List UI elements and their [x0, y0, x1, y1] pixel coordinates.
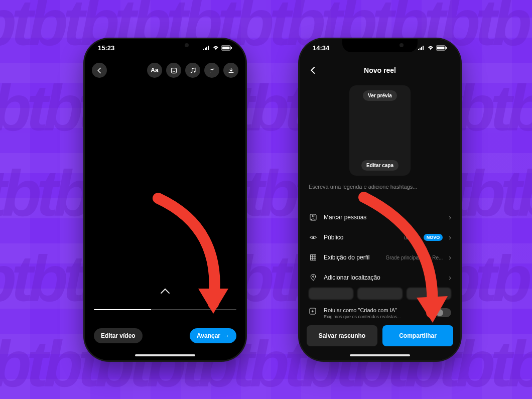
- location-chip[interactable]: [407, 288, 451, 300]
- effects-icon[interactable]: [204, 63, 219, 78]
- location-chip[interactable]: [309, 288, 353, 300]
- svg-rect-12: [446, 47, 447, 49]
- row-label: Público: [324, 234, 398, 241]
- next-label: Avançar: [197, 332, 220, 339]
- battery-icon: [221, 45, 232, 51]
- video-preview-area[interactable]: [85, 81, 245, 300]
- svg-rect-2: [231, 47, 232, 49]
- novo-badge: NOVO: [424, 234, 443, 241]
- svg-point-4: [173, 69, 173, 70]
- new-reel-screen: Novo reel Ver prévia Editar capa Escreva…: [300, 39, 460, 360]
- save-draft-label: Salvar rascunho: [319, 332, 365, 339]
- sticker-icon[interactable]: [166, 63, 181, 78]
- battery-icon: [436, 45, 447, 51]
- see-preview-button[interactable]: Ver prévia: [363, 90, 397, 101]
- svg-point-9: [210, 72, 210, 72]
- ai-label-toggle[interactable]: [435, 308, 451, 317]
- svg-point-5: [174, 69, 175, 70]
- text-aa-icon[interactable]: Aa: [147, 63, 162, 78]
- music-icon[interactable]: [185, 63, 200, 78]
- options-list: Marcar pessoas › Público uidores NOVO › …: [300, 207, 460, 288]
- wifi-icon: [427, 45, 434, 50]
- sparkle-box-icon: [309, 307, 318, 316]
- editor-footer: Editar vídeo Avançar: [85, 325, 245, 346]
- row-trail: uidores NOVO: [404, 234, 443, 241]
- svg-point-13: [312, 215, 314, 217]
- share-button[interactable]: Compartilhar: [382, 325, 453, 346]
- svg-rect-1: [222, 46, 230, 49]
- profile-display-row[interactable]: Exibição do perfil Grade principal e do …: [300, 247, 460, 268]
- ai-row-title: Rotular como "Criado com IA": [324, 307, 429, 313]
- header: Novo reel: [300, 59, 460, 81]
- footer: Salvar rascunho Compartilhar: [300, 325, 460, 346]
- signal-icon: [203, 45, 210, 50]
- phone-left: 15:23 Aa: [85, 39, 245, 360]
- status-time: 14:34: [313, 44, 329, 52]
- status-right: [203, 45, 232, 51]
- svg-rect-16: [311, 255, 316, 260]
- svg-point-6: [191, 71, 192, 73]
- timeline-slider[interactable]: [94, 309, 236, 310]
- grid-icon: [309, 253, 318, 262]
- signal-icon: [418, 45, 425, 50]
- download-icon[interactable]: [223, 63, 238, 78]
- tag-people-row[interactable]: Marcar pessoas ›: [300, 207, 460, 227]
- svg-rect-3: [171, 68, 176, 73]
- chevron-right-icon: ›: [449, 253, 451, 261]
- svg-rect-11: [437, 46, 445, 49]
- eye-icon: [309, 233, 318, 242]
- caption-input[interactable]: Escreva uma legenda e adicione hashtags.…: [309, 184, 451, 190]
- location-icon: [309, 273, 318, 282]
- edit-video-button[interactable]: Editar vídeo: [94, 328, 143, 343]
- audience-row[interactable]: Público uidores NOVO ›: [300, 227, 460, 247]
- next-button[interactable]: Avançar: [190, 328, 236, 343]
- ai-label-row[interactable]: Rotular como "Criado com IA" Exigimos qu…: [300, 305, 460, 319]
- save-draft-button[interactable]: Salvar rascunho: [307, 325, 377, 346]
- divider: [309, 199, 451, 199]
- tag-people-icon: [309, 213, 318, 222]
- back-button[interactable]: [306, 63, 321, 78]
- location-suggestions: [309, 288, 451, 300]
- chevron-right-icon: ›: [449, 213, 451, 221]
- ai-row-subtitle: Exigimos que os conteúdos realistas...: [324, 314, 429, 319]
- row-label: Exibição do perfil: [324, 254, 379, 261]
- edit-video-label: Editar vídeo: [101, 332, 136, 339]
- add-location-row[interactable]: Adicionar localização ›: [300, 268, 460, 288]
- editor-screen: Aa Editar víd: [85, 39, 245, 360]
- notch: [342, 39, 418, 52]
- back-button[interactable]: [92, 63, 107, 78]
- chevron-up-icon[interactable]: [160, 287, 170, 296]
- aa-label: Aa: [151, 67, 158, 74]
- row-label: Marcar pessoas: [324, 214, 443, 221]
- svg-point-8: [213, 68, 214, 68]
- status-right: [418, 45, 447, 51]
- header-title: Novo reel: [364, 66, 396, 74]
- chevron-right-icon: ›: [449, 274, 451, 282]
- row-label: Adicionar localização: [324, 274, 443, 281]
- wifi-icon: [212, 45, 219, 50]
- row-trail: Grade principal e do Re...: [385, 255, 443, 260]
- home-indicator[interactable]: [135, 354, 195, 356]
- home-indicator[interactable]: [350, 354, 410, 356]
- location-chip[interactable]: [357, 288, 402, 300]
- share-label: Compartilhar: [399, 332, 437, 339]
- chevron-right-icon: ›: [449, 233, 451, 241]
- svg-point-17: [313, 276, 314, 278]
- svg-point-15: [312, 236, 314, 238]
- phone-right: 14:34 Novo reel Ver prévia Editar capa: [300, 39, 460, 360]
- reel-preview[interactable]: Ver prévia Editar capa: [349, 85, 411, 176]
- status-time: 15:23: [98, 44, 114, 52]
- notch: [127, 39, 203, 52]
- edit-cover-button[interactable]: Editar capa: [361, 160, 398, 171]
- svg-point-7: [194, 71, 195, 72]
- editor-toolbar: Aa: [85, 59, 245, 81]
